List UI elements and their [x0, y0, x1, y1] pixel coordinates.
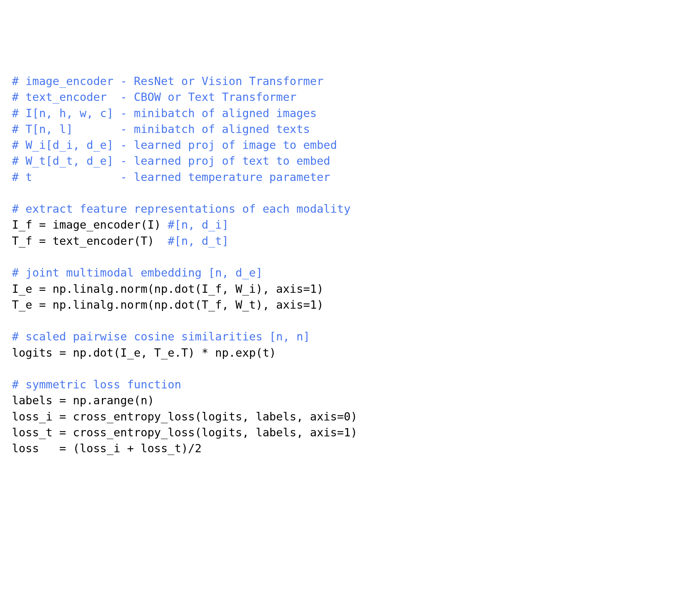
code-text: logits = np.dot(I_e, T_e.T) * np.exp(t): [12, 346, 276, 359]
code-comment: #[n, d_t]: [168, 234, 229, 248]
code-line: # t - learned temperature parameter: [12, 169, 669, 185]
code-text: labels = np.arange(n): [12, 394, 154, 407]
code-line: # W_i[d_i, d_e] - learned proj of image …: [12, 137, 669, 153]
code-line: # scaled pairwise cosine similarities [n…: [12, 329, 669, 344]
code-line: labels = np.arange(n): [12, 392, 669, 408]
code-line: I_e = np.linalg.norm(np.dot(I_f, W_i), a…: [12, 281, 669, 297]
code-line: [12, 185, 669, 201]
code-comment: # t - learned temperature parameter: [12, 170, 330, 184]
code-text: loss = (loss_i + loss_t)/2: [12, 442, 202, 455]
code-line: loss = (loss_i + loss_t)/2: [12, 440, 669, 456]
code-comment: # image_encoder - ResNet or Vision Trans…: [12, 74, 324, 88]
code-line: # text_encoder - CBOW or Text Transforme…: [12, 89, 669, 105]
code-comment: # scaled pairwise cosine similarities [n…: [12, 330, 310, 343]
code-comment: # W_t[d_t, d_e] - learned proj of text t…: [12, 154, 330, 168]
code-line: # image_encoder - ResNet or Vision Trans…: [12, 73, 669, 89]
code-line: loss_t = cross_entropy_loss(logits, labe…: [12, 425, 669, 440]
code-line: # symmetric loss function: [12, 377, 669, 392]
code-line: [12, 249, 669, 265]
code-comment: # joint multimodal embedding [n, d_e]: [12, 266, 262, 279]
code-line: # T[n, l] - minibatch of aligned texts: [12, 121, 669, 137]
code-line: [12, 313, 669, 329]
pseudocode-block: # image_encoder - ResNet or Vision Trans…: [12, 73, 669, 456]
code-comment: # extract feature representations of eac…: [12, 202, 351, 215]
code-comment: # W_i[d_i, d_e] - learned proj of image …: [12, 138, 337, 152]
code-line: # extract feature representations of eac…: [12, 201, 669, 217]
code-line: # joint multimodal embedding [n, d_e]: [12, 265, 669, 281]
code-text: T_f = text_encoder(T): [12, 234, 168, 248]
code-line: T_e = np.linalg.norm(np.dot(T_f, W_t), a…: [12, 297, 669, 313]
code-line: logits = np.dot(I_e, T_e.T) * np.exp(t): [12, 345, 669, 361]
code-text: loss_t = cross_entropy_loss(logits, labe…: [12, 426, 357, 439]
code-line: I_f = image_encoder(I) #[n, d_i]: [12, 217, 669, 233]
code-comment: # symmetric loss function: [12, 378, 181, 391]
code-line: loss_i = cross_entropy_loss(logits, labe…: [12, 409, 669, 425]
code-comment: # text_encoder - CBOW or Text Transforme…: [12, 90, 297, 104]
code-text: T_e = np.linalg.norm(np.dot(T_f, W_t), a…: [12, 298, 324, 311]
code-line: # W_t[d_t, d_e] - learned proj of text t…: [12, 153, 669, 169]
code-comment: # T[n, l] - minibatch of aligned texts: [12, 122, 310, 136]
code-line: T_f = text_encoder(T) #[n, d_t]: [12, 233, 669, 249]
code-text: I_f = image_encoder(I): [12, 218, 168, 231]
code-comment: #[n, d_i]: [168, 218, 229, 231]
code-comment: # I[n, h, w, c] - minibatch of aligned i…: [12, 106, 317, 120]
code-text: I_e = np.linalg.norm(np.dot(I_f, W_i), a…: [12, 282, 324, 296]
code-line: # I[n, h, w, c] - minibatch of aligned i…: [12, 105, 669, 121]
code-text: loss_i = cross_entropy_loss(logits, labe…: [12, 410, 357, 423]
code-line: [12, 361, 669, 377]
